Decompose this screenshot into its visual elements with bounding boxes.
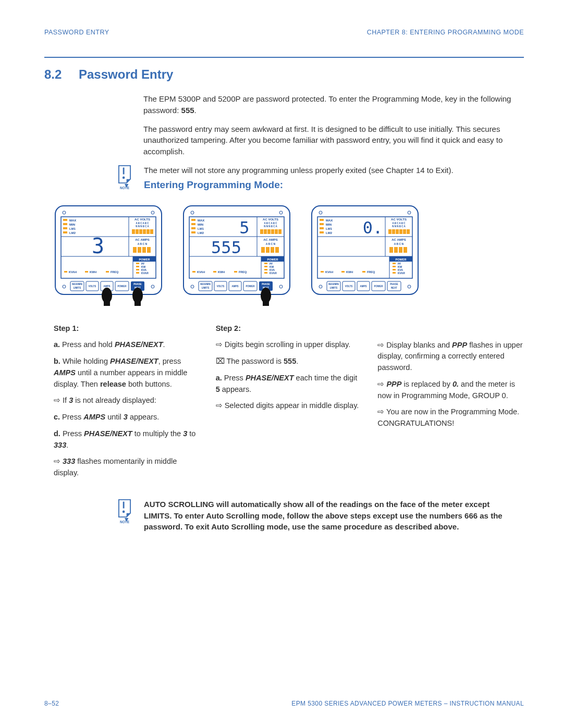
- svg-text:AMPS: AMPS: [360, 285, 366, 288]
- section-rule: [44, 57, 524, 58]
- svg-text:AC AMPS: AC AMPS: [391, 238, 406, 241]
- svg-text:VOLTS: VOLTS: [89, 285, 96, 288]
- svg-rect-41: [136, 263, 139, 264]
- note-icon: NOTE: [115, 499, 134, 525]
- section-title: Password Entry: [79, 67, 173, 82]
- svg-rect-21: [63, 227, 67, 229]
- svg-rect-28: [132, 229, 135, 234]
- svg-rect-168: [394, 247, 398, 253]
- svg-text:KWH: KWH: [346, 270, 353, 274]
- svg-rect-30: [139, 229, 142, 234]
- svg-rect-29: [136, 229, 139, 234]
- svg-rect-45: [136, 269, 139, 270]
- step1-b: b. While holding PHASE/NEXT, press AMPS …: [54, 356, 200, 390]
- svg-rect-154: [320, 231, 324, 233]
- svg-rect-148: [320, 219, 324, 221]
- step1-d: d. Press PHASE/NEXT to multiply the 3 to…: [54, 428, 200, 451]
- svg-text:MAX: MAX: [198, 219, 204, 222]
- step2-a: a. Press PHASE/NEXT each time the digit …: [216, 373, 362, 396]
- svg-rect-89: [191, 231, 195, 233]
- intro-p2: The password entry may seem awkward at f…: [143, 124, 519, 157]
- svg-text:AC VOLTS: AC VOLTS: [391, 218, 407, 221]
- svg-text:MAX/MIN: MAX/MIN: [200, 283, 211, 286]
- svg-text:PHASE: PHASE: [390, 283, 398, 286]
- step1-c: c. Press AMPS until 3 appears.: [54, 412, 200, 423]
- svg-text:LM1: LM1: [69, 227, 76, 230]
- svg-rect-162: [399, 229, 402, 234]
- svg-text:A  B  C  N: A B C N: [138, 242, 148, 245]
- svg-point-10: [151, 285, 154, 288]
- svg-rect-169: [399, 247, 402, 253]
- step2-l2: ⌧ The password is 555.: [216, 356, 362, 367]
- svg-rect-174: [393, 266, 396, 267]
- svg-text:FREQ: FREQ: [239, 270, 247, 274]
- svg-text:AC VOLTS: AC VOLTS: [134, 218, 150, 221]
- svg-text:AMPS: AMPS: [103, 285, 110, 288]
- meter-2: MAX MIN LM1 LM2 AC VOLTS A B C A B C N N…: [182, 204, 291, 307]
- svg-point-138: [319, 211, 322, 214]
- svg-point-74: [279, 211, 283, 214]
- svg-text:MIN: MIN: [69, 223, 75, 226]
- intro-p1: The EPM 5300P and 5200P are password pro…: [143, 93, 519, 116]
- note2-text: AUTO SCROLLING will automatically show a…: [144, 499, 519, 533]
- svg-text:KVAR: KVAR: [141, 272, 149, 275]
- svg-text:KWH: KWH: [218, 270, 225, 274]
- svg-text:MAX: MAX: [69, 219, 76, 222]
- svg-rect-136: [263, 295, 269, 306]
- svg-text:KVAH: KVAH: [69, 270, 77, 274]
- step2-l3: ⇨ Selected digits appear in middle displ…: [216, 400, 362, 412]
- svg-text:A  B  C  A  B  C: A B C A B C: [264, 222, 277, 225]
- sub-title: Entering Programming Mode:: [144, 179, 519, 191]
- intro-block: The EPM 5300P and 5200P are password pro…: [143, 93, 519, 157]
- svg-rect-97: [271, 229, 274, 234]
- svg-rect-172: [393, 263, 396, 264]
- svg-text:FREQ: FREQ: [367, 270, 375, 274]
- header-right: CHAPTER 8: ENTERING PROGRAMMING MODE: [367, 29, 524, 36]
- svg-text:AMPS: AMPS: [231, 285, 238, 288]
- svg-text:LIMITS: LIMITS: [74, 287, 81, 289]
- svg-text:AC VOLTS: AC VOLTS: [263, 218, 278, 221]
- svg-text:POWER: POWER: [117, 285, 127, 288]
- step3-l3: ⇨ You are now in the Programming Mode. C…: [377, 406, 524, 429]
- footer-right: EPM 5300 SERIES ADVANCED POWER METERS – …: [291, 700, 524, 707]
- svg-text:KVAR: KVAR: [398, 272, 405, 275]
- svg-point-139: [408, 211, 411, 214]
- svg-text:POWER: POWER: [396, 258, 407, 261]
- step-1: Step 1: a. Press and hold PHASE/NEXT. b.…: [54, 323, 200, 484]
- step2-label: Step 2:: [216, 323, 362, 335]
- svg-rect-105: [275, 247, 279, 253]
- svg-text:NOTE: NOTE: [120, 186, 130, 190]
- svg-rect-111: [264, 269, 267, 270]
- svg-text:A  B  C  A  B  C: A B C A B C: [392, 222, 406, 225]
- svg-text:PHASE: PHASE: [133, 283, 142, 286]
- meter-3: MAX MIN LM1 LM2 AC VOLTS A B C A B C N N…: [310, 204, 420, 307]
- svg-rect-49: [64, 271, 67, 273]
- svg-text:MIN: MIN: [326, 223, 332, 226]
- svg-text:POWER: POWER: [267, 258, 278, 261]
- svg-text:POWER: POWER: [374, 285, 383, 288]
- svg-text:VOLTS: VOLTS: [217, 285, 225, 288]
- svg-rect-19: [63, 223, 67, 225]
- svg-text:VOLTS: VOLTS: [345, 285, 353, 288]
- svg-text:555: 555: [211, 238, 241, 257]
- step-3: ⇨ Display blanks and PPP flashes in uppe…: [377, 323, 524, 484]
- svg-rect-184: [362, 271, 365, 273]
- svg-text:AC AMPS: AC AMPS: [135, 238, 149, 241]
- svg-rect-150: [320, 223, 324, 225]
- svg-rect-53: [106, 271, 109, 273]
- svg-text:MAX/MIN: MAX/MIN: [328, 283, 339, 286]
- svg-text:MIN: MIN: [198, 223, 203, 226]
- svg-text:PHASE: PHASE: [262, 283, 270, 286]
- svg-rect-109: [264, 266, 267, 267]
- svg-rect-96: [267, 229, 271, 234]
- svg-point-8: [151, 211, 154, 214]
- svg-text:A  B  C  A  B  C: A B C A B C: [136, 222, 149, 225]
- svg-rect-159: [388, 229, 391, 234]
- svg-text:POWER: POWER: [139, 258, 150, 261]
- svg-text:KVAH: KVAH: [325, 270, 333, 274]
- header-left: PASSWORD ENTRY: [44, 29, 109, 36]
- svg-text:POWER: POWER: [246, 285, 255, 288]
- svg-rect-95: [264, 229, 267, 234]
- svg-point-7: [63, 211, 66, 214]
- svg-rect-17: [63, 219, 67, 221]
